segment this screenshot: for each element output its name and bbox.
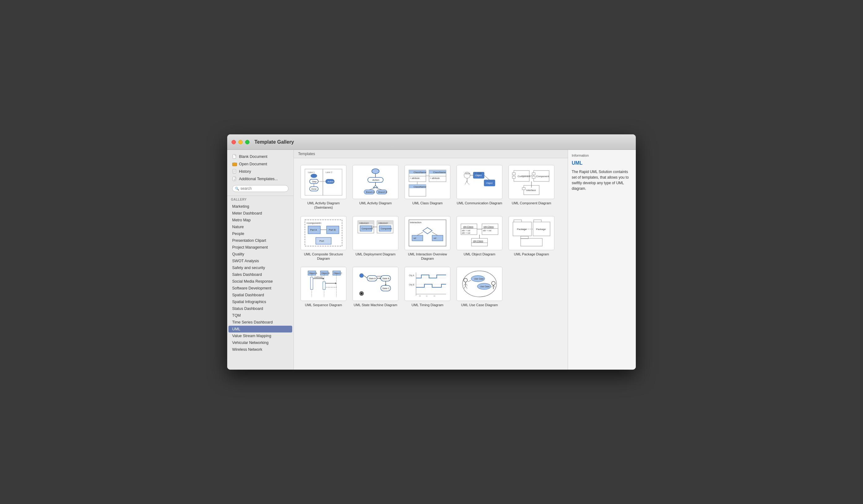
svg-text:Object C: Object C [334, 272, 342, 275]
svg-rect-67 [532, 176, 535, 178]
sidebar-item-people[interactable]: People [228, 230, 292, 237]
minimize-button[interactable] [238, 140, 243, 144]
svg-text:Part B: Part B [329, 228, 336, 231]
sidebar-item-status-dashboard[interactable]: Status Dashboard [228, 305, 292, 312]
template-item-uml-timing[interactable]: Obj A Obj B t0 t1 t2 UML Timing Diagram [403, 265, 452, 309]
template-item-uml-sequence[interactable]: Object A Object B Object C method() UML … [299, 265, 348, 309]
svg-text:Part A: Part A [310, 228, 317, 231]
svg-text:Component: Component [517, 175, 530, 178]
sidebar-item-software-development[interactable]: Software Development [228, 285, 292, 292]
sidebar-item-social-media-response[interactable]: Social Media Response [228, 278, 292, 285]
svg-text:Interaction: Interaction [410, 221, 421, 224]
template-label-uml-usecase: UML Use Case Diagram [461, 303, 498, 307]
template-label-uml-composite: UML Composite Structure Diagram [301, 252, 346, 261]
svg-text:ClassName: ClassName [414, 171, 427, 174]
svg-marker-138 [323, 278, 324, 279]
sidebar-item-quality[interactable]: Quality [228, 251, 292, 257]
svg-text:Package: Package [517, 228, 527, 231]
template-item-uml-package[interactable]: Package Package UML Package Diagram [507, 214, 556, 263]
svg-text:obj:Class: obj:Class [473, 240, 483, 242]
sidebar-item-spatial-dashboard[interactable]: Spatial Dashboard [228, 292, 292, 299]
sidebar-item-swot-analysis[interactable]: SWOT Analysis [228, 257, 292, 264]
svg-text::Object: :Object [486, 182, 492, 185]
sidebar-item-sales-dashboard[interactable]: Sales Dashboard [228, 271, 292, 278]
sidebar-action-open[interactable]: Open Document [230, 160, 290, 168]
svg-line-59 [484, 175, 489, 180]
search-icon: 🔍 [235, 187, 239, 191]
template-label-uml-class: UML Class Diagram [412, 201, 443, 205]
template-item-uml-communication[interactable]: :Actor :Object :Object 1: msg() UML Comm… [455, 163, 504, 212]
svg-line-178 [465, 286, 467, 289]
svg-rect-63 [512, 176, 515, 178]
info-panel-header: Information [572, 153, 632, 157]
history-icon [232, 169, 237, 174]
template-item-uml-state[interactable]: State A event State B State C UML State … [351, 265, 400, 309]
sidebar-action-blank[interactable]: Blank Document [230, 153, 290, 160]
template-item-uml-activity[interactable]: Action Branch A Branch B UML Activity Di… [351, 163, 400, 212]
sidebar-item-meter-dashboard[interactable]: Meter Dashboard [228, 210, 292, 217]
sidebar-action-history[interactable]: History [230, 168, 290, 175]
template-item-uml-object[interactable]: obj:Class attr = val attr = val obj:Clas… [455, 214, 504, 263]
template-label-uml-object: UML Object Diagram [464, 252, 495, 256]
additional-icon [232, 176, 237, 181]
history-label: History [239, 169, 251, 174]
sidebar-item-metro-map[interactable]: Metro Map [228, 217, 292, 224]
close-button[interactable] [232, 140, 236, 144]
maximize-button[interactable] [245, 140, 250, 144]
sidebar-item-marketing[interactable]: Marketing [228, 203, 292, 210]
svg-text:Branch B: Branch B [378, 191, 387, 193]
svg-text:Obj A: Obj A [409, 274, 414, 277]
template-thumb-uml-state: State A event State B State C [353, 267, 398, 301]
svg-text:t1: t1 [426, 295, 428, 297]
template-item-uml-component[interactable]: Component Component Interface UML Compon… [507, 163, 556, 212]
template-item-uml-deployment[interactable]: «device» Component «device» Component UM… [351, 214, 400, 263]
svg-marker-98 [423, 228, 432, 234]
sidebar-item-wireless-network[interactable]: Wireless Network [228, 346, 292, 353]
search-input[interactable] [240, 186, 286, 191]
svg-line-175 [464, 284, 465, 286]
sidebar-item-presentation-clipart[interactable]: Presentation Clipart [228, 237, 292, 244]
template-thumb-uml-deployment: «device» Component «device» Component [353, 216, 398, 250]
template-label-uml-interaction: UML Interaction Overview Diagram [404, 252, 450, 261]
svg-text:Branch A: Branch A [366, 191, 375, 193]
svg-rect-62 [512, 173, 515, 175]
template-item-uml-composite[interactable]: «component» Part A Part B Port UML Compo… [299, 214, 348, 263]
sidebar-item-time-series-dashboard[interactable]: Time Series Dashboard [228, 319, 292, 326]
sidebar-action-additional[interactable]: Additional Templates... [230, 175, 290, 182]
svg-line-103 [417, 232, 423, 235]
svg-rect-123 [521, 238, 542, 246]
svg-text:State C: State C [382, 287, 389, 289]
svg-text:t0: t0 [419, 295, 421, 297]
template-item-uml-activity-swimlanes[interactable]: Lane 1 Lane 2 Step Done Action UML Activ… [299, 163, 348, 212]
svg-text:Obj B: Obj B [409, 284, 414, 286]
sidebar: Blank Document Open Document [227, 150, 294, 370]
sidebar-item-tqm[interactable]: TQM [228, 312, 292, 319]
sidebar-item-nature[interactable]: Nature [228, 224, 292, 230]
sidebar-item-vehicular-networking[interactable]: Vehicular Networking [228, 339, 292, 346]
sidebar-item-project-management[interactable]: Project Management [228, 244, 292, 251]
svg-line-29 [375, 188, 382, 190]
open-doc-icon [232, 162, 237, 166]
blank-doc-icon [232, 154, 237, 159]
sidebar-item-uml[interactable]: UML [228, 326, 292, 332]
info-panel: Information UML The Rapid UML Solution c… [568, 150, 636, 370]
svg-rect-145 [323, 282, 325, 289]
open-doc-label: Open Document [239, 162, 267, 166]
svg-rect-66 [532, 173, 535, 175]
svg-marker-141 [335, 282, 337, 284]
sidebar-list: MarketingMeter DashboardMetro MapNatureP… [227, 202, 293, 370]
template-item-uml-class[interactable]: ClassName + attribute ClassName + attrib… [403, 163, 452, 212]
svg-text:Component: Component [362, 228, 373, 230]
svg-text:Object B: Object B [321, 272, 330, 275]
template-label-uml-timing: UML Timing Diagram [412, 303, 443, 307]
sidebar-item-value-stream-mapping[interactable]: Value Stream Mapping [228, 332, 292, 339]
sidebar-item-safety-and-security[interactable]: Safety and security [228, 264, 292, 271]
template-item-uml-usecase[interactable]: Use Case Use Case UML Use Case Diagram [455, 265, 504, 309]
template-item-uml-interaction[interactable]: Interaction ref ref UML Interaction Over… [403, 214, 452, 263]
search-box: 🔍 [232, 185, 288, 192]
svg-text:«component»: «component» [307, 222, 322, 225]
svg-text:Done: Done [311, 188, 317, 190]
svg-text:State A: State A [369, 277, 376, 279]
sidebar-item-spatial-infographics[interactable]: Spatial Infographics [228, 299, 292, 305]
svg-point-22 [372, 169, 379, 174]
